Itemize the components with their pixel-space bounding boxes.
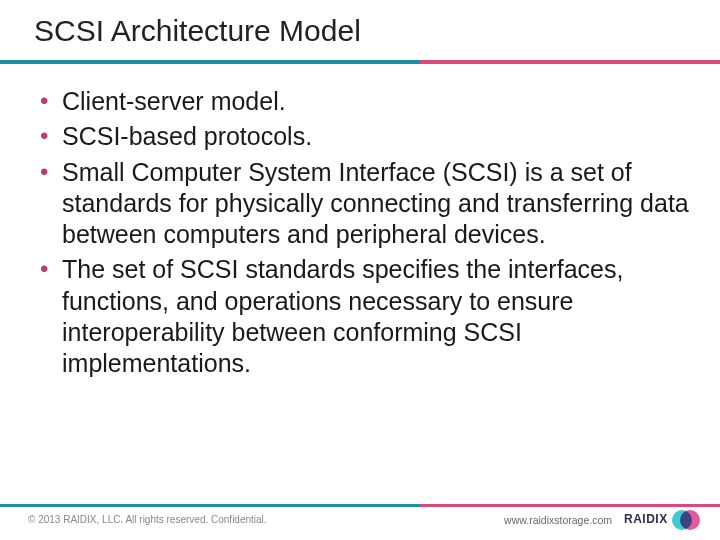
logo-circle-pink [680,510,700,530]
footer-divider [0,504,720,507]
bullet-item: SCSI-based protocols. [34,121,690,152]
bullet-item: Client-server model. [34,86,690,117]
logo: RAIDIX [624,506,702,534]
copyright-text: © 2013 RAIDIX, LLC. All rights reserved.… [28,514,267,525]
divider-pink [420,60,720,64]
title-divider [0,60,720,64]
footer: © 2013 RAIDIX, LLC. All rights reserved.… [0,504,720,540]
bullet-list: Client-server model. SCSI-based protocol… [34,86,690,379]
divider-teal [0,60,420,64]
logo-icon [672,508,702,532]
bullet-item: The set of SCSI standards specifies the … [34,254,690,379]
bullet-item: Small Computer System Interface (SCSI) i… [34,157,690,251]
footer-url: www.raidixstorage.com [504,514,612,526]
slide: SCSI Architecture Model Client-server mo… [0,0,720,540]
logo-text: RAIDIX [624,512,668,526]
footer-divider-teal [0,504,420,507]
content-area: Client-server model. SCSI-based protocol… [34,86,690,383]
slide-title: SCSI Architecture Model [34,14,361,48]
